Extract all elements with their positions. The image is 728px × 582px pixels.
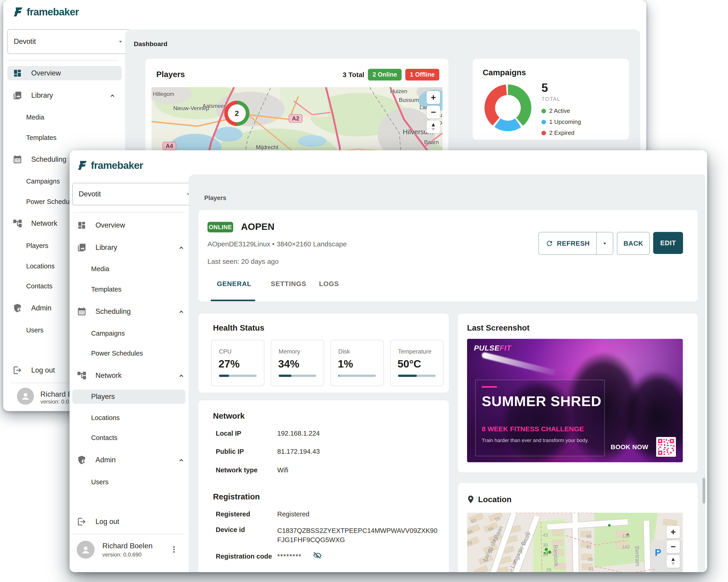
org-selector[interactable]: Devotit [7,29,130,54]
sidebar-divider [7,60,118,60]
device-meta: AOpenDE3129Linux • 3840×2160 Landscape [207,240,347,248]
eye-off-icon[interactable] [313,551,322,560]
player-cluster-marker[interactable]: 2 [224,101,250,126]
campaigns-donut-chart [485,84,531,131]
progress-bar [219,375,257,377]
device-header-card: ONLINE AOPEN AOpenDE3129Linux • 3840×216… [198,210,698,302]
tab-settings[interactable]: SETTINGS [271,280,306,288]
overview-icon [77,220,87,230]
location-card: Location [458,483,698,572]
sidebar-item-players[interactable]: Players [72,390,185,404]
campaigns-legend: 2 Active 1 Upcoming 2 Expired [541,107,581,140]
players-badges: 3 Total 2 Online 1 Offline [343,69,439,81]
screenshot-image: SUMMER SHRED 8 WEEK FITNESS CHALLENGE Tr… [467,339,683,462]
zoom-in-button[interactable]: + [426,91,440,104]
sidebar-item-library[interactable]: Library [12,88,116,103]
public-ip-value: 81.172.194.43 [277,448,320,455]
pan-button[interactable]: ▲▼ [426,120,440,133]
library-icon [77,242,87,253]
sidebar-item-admin[interactable]: Admin [77,453,185,467]
avatar [17,388,34,405]
registration-code-label: Registration code [216,553,272,560]
ad-subtitle: 8 WEEK FITNESS CHALLENGE [482,425,584,433]
public-ip-label: Public IP [216,448,244,455]
sidebar-item-network[interactable]: Network [77,368,185,382]
refresh-icon [546,239,553,247]
zoom-out-button[interactable]: − [426,106,440,119]
network-card: Network Local IP 192.168.1.224 Public IP… [198,400,449,572]
calendar-icon [12,154,23,164]
players-total: 3 Total [343,71,364,79]
tab-logs[interactable]: LOGS [319,280,339,288]
map-label: Aalsmeer [202,103,226,109]
network-type-label: Network type [216,467,258,474]
sidebar-item-templates[interactable]: Templates [91,282,183,296]
org-selector-value: Devotit [79,190,101,198]
qr-code [656,437,676,457]
sidebar-item-scheduling[interactable]: Scheduling [77,305,185,319]
chevron-down-icon [601,240,608,247]
network-icon [12,218,23,229]
refresh-dropdown-button[interactable] [596,232,613,255]
chevron-up-icon [108,91,116,100]
sidebar-item-overview[interactable]: Overview [77,218,185,232]
breadcrumb: Dashboard [134,41,167,48]
map-image [467,513,683,572]
zoom-out-button[interactable]: − [666,540,680,553]
sidebar-item-templates[interactable]: Templates [26,131,113,145]
edit-button[interactable]: EDIT [653,232,683,254]
last-screenshot-card: Last Screenshot SUMMER SHRED 8 WEEK FITN… [458,314,698,473]
tab-general[interactable]: GENERAL [217,280,251,288]
sidebar-item-media[interactable]: Media [26,110,113,124]
shield-icon [12,303,23,313]
zoom-in-button[interactable]: + [666,525,680,539]
pan-button[interactable]: ▲▼ [666,555,680,568]
health-card-cpu: CPU 27% [211,340,264,386]
legend-dot-upcoming [541,120,546,124]
scrollbar[interactable] [703,478,705,504]
progress-bar [279,375,316,377]
sidebar-item-media[interactable]: Media [91,262,183,276]
sidebar-item-library[interactable]: Library [77,240,185,255]
org-selector[interactable]: Devotit [72,183,198,205]
refresh-button[interactable]: REFRESH [539,232,613,255]
device-id-value: C1837QZBSS2ZYEXTPEEPC14MWPWAVV09ZXK90FJG… [277,526,438,545]
health-card-temperature: Temperature 50°C [390,340,443,386]
framebaker-logo-icon [76,159,88,171]
user-version: version: 0.0.690 [102,552,153,558]
local-ip-value: 192.168.1.224 [277,430,320,437]
network-title: Network [213,411,245,421]
chevron-up-icon [177,456,185,464]
player-detail-panel: Players ONLINE AOPEN AOpenDE3129Linux • … [189,174,705,572]
registered-value: Registered [277,510,309,518]
sidebar-item-contacts[interactable]: Contacts [91,431,183,445]
sidebar-item-power-schedules[interactable]: Power Schedules [91,346,183,361]
sidebar-item-overview[interactable]: Overview [7,66,122,80]
sidebar-divider [72,212,185,213]
pin-icon [466,495,475,504]
device-last-seen: Last seen: 20 days ago [207,258,279,265]
location-map[interactable]: Langs de Baan Langs de Baan Bieslook Ber… [467,513,683,572]
location-header: Location [466,495,512,504]
framebaker-logo-icon [11,6,23,18]
framebaker-logo: framebaker [76,159,143,171]
breadcrumb: Players [204,194,226,202]
sidebar-item-label: Overview [31,69,61,77]
sidebar-item-campaigns[interactable]: Campaigns [91,326,183,340]
framebaker-logo: framebaker [11,6,79,18]
avatar [77,541,95,559]
logout-button[interactable]: Log out [77,514,185,529]
overview-icon [12,68,23,78]
sidebar-item-label: Library [31,91,53,100]
road-badge-a2: A2 [289,114,303,123]
parking-icon: P [655,547,661,558]
ad-body: Train harder than ever and transform you… [482,438,589,444]
sidebar-item-locations[interactable]: Locations [91,411,183,425]
health-title: Health Status [213,323,264,333]
back-button[interactable]: BACK [617,232,650,255]
sidebar-item-users[interactable]: Users [91,475,183,489]
health-card-disk: Disk 1% [331,340,384,386]
sidebar-divider [73,534,185,534]
offline-badge: 1 Offline [405,69,439,81]
kebab-menu-icon[interactable] [170,543,179,556]
